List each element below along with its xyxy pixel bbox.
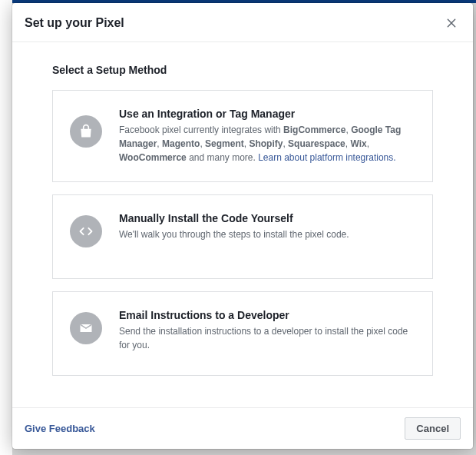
desc-prefix: Facebook pixel currently integrates with — [119, 125, 283, 135]
integration-name: Magento — [162, 138, 200, 149]
option-integration[interactable]: Use an Integration or Tag Manager Facebo… — [52, 90, 433, 182]
modal-header: Set up your Pixel — [12, 3, 473, 42]
option-title: Manually Install the Code Yourself — [119, 212, 415, 224]
desc-suffix: and many more. — [187, 152, 258, 163]
section-heading: Select a Setup Method — [52, 64, 433, 76]
option-body: Manually Install the Code Yourself We'll… — [119, 212, 415, 241]
integration-name: BigCommerce — [283, 125, 345, 135]
mail-icon — [70, 312, 102, 344]
learn-integrations-link[interactable]: Learn about platform integrations. — [258, 152, 395, 163]
option-body: Email Instructions to a Developer Send t… — [119, 309, 415, 352]
option-description: Facebook pixel currently integrates with… — [119, 123, 415, 164]
cancel-button[interactable]: Cancel — [405, 417, 461, 440]
setup-pixel-modal: Set up your Pixel Select a Setup Method … — [12, 3, 473, 449]
close-icon — [445, 17, 458, 29]
modal-footer: Give Feedback Cancel — [12, 407, 473, 449]
shopping-bag-icon — [70, 115, 102, 148]
integration-name: Wix — [350, 138, 366, 149]
integration-name: Segment — [205, 138, 244, 149]
close-button[interactable] — [442, 14, 461, 32]
option-description: We'll walk you through the steps to inst… — [119, 227, 415, 241]
background-left-panel — [0, 0, 12, 455]
integration-name: WooCommerce — [119, 152, 187, 163]
option-title: Use an Integration or Tag Manager — [119, 108, 415, 120]
integration-name: Shopify — [249, 138, 283, 149]
modal-body: Select a Setup Method Use an Integration… — [12, 42, 473, 407]
modal-title: Set up your Pixel — [25, 16, 124, 30]
option-description: Send the installation instructions to a … — [119, 324, 415, 352]
integration-name: Squarespace — [288, 138, 345, 149]
give-feedback-link[interactable]: Give Feedback — [25, 423, 95, 434]
code-icon — [70, 215, 102, 247]
option-manual-install[interactable]: Manually Install the Code Yourself We'll… — [52, 194, 433, 279]
option-title: Email Instructions to a Developer — [119, 309, 415, 321]
option-body: Use an Integration or Tag Manager Facebo… — [119, 108, 415, 164]
option-email-developer[interactable]: Email Instructions to a Developer Send t… — [52, 291, 433, 376]
